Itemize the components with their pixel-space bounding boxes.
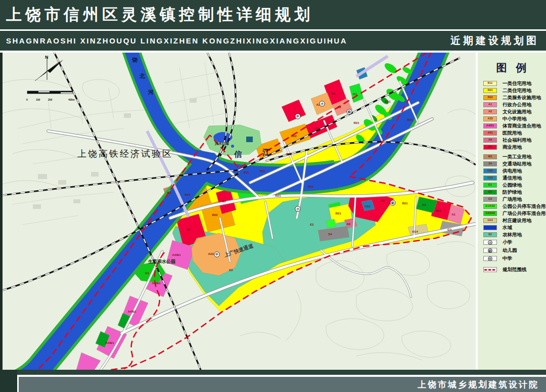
legend-swatch: U13 [483, 176, 497, 181]
legend-item-G3: G3广场用地 [478, 196, 546, 203]
zone-code-label: G2 [422, 203, 427, 206]
zone-code-label: R21 [286, 153, 292, 156]
map-label: 信 [234, 150, 242, 158]
legend-swatch [483, 225, 497, 230]
svg-text:幼: 幼 [391, 201, 394, 205]
legend-code: A1 [488, 103, 492, 106]
legend-swatch: R11 [483, 81, 497, 86]
legend-swatch: G3 [483, 197, 497, 202]
legend-code: U13 [487, 177, 492, 180]
legend-label: 幼儿园 [497, 247, 517, 254]
legend-label: 通信用地 [497, 175, 522, 182]
legend-label: 防护绿地 [497, 189, 522, 196]
legend-item-U13: U13通信用地 [478, 175, 546, 182]
legend-swatch: G3/S42 [483, 211, 497, 216]
subtitle-bar: SHAGNRAOSHI XINZHOUQU LINGXIZHEN KONGZHI… [0, 31, 546, 51]
sheet-subtitle-pinyin: SHAGNRAOSHI XINZHOUQU LINGXIZHEN KONGZHI… [0, 36, 347, 45]
legend-item-中学: 中中学 [478, 254, 546, 263]
legend-item-R11: R11一类住宅用地 [478, 80, 546, 87]
legend-label: 一类工业用地 [497, 154, 531, 160]
zone-code-label: B1 [315, 127, 319, 130]
map-label: 上饶高铁经济试验区 [77, 149, 173, 159]
legend-item-A33: A33中小学用地 [478, 115, 546, 122]
legend-code: G2 [488, 191, 492, 194]
svg-text:小: 小 [296, 207, 300, 211]
map-sheet-name: 近期建设规划图 [450, 34, 546, 48]
legend-title: 图例 [478, 53, 546, 80]
map-school-icon-中: 中 [295, 114, 300, 119]
legend-swatch: A6 [483, 138, 497, 143]
legend-item-R21: R21二类住宅用地 [478, 87, 546, 94]
legend-swatch: H14 [483, 218, 497, 223]
zone-code-label: R21 [275, 194, 281, 197]
legend-item-小学: 小小学 [478, 238, 546, 246]
map-label: 河 [148, 89, 154, 95]
map-label: N [45, 55, 49, 60]
legend-item-G2: G2防护绿地 [478, 189, 546, 196]
legend-swatch: S4 [483, 161, 497, 166]
zone-code-label: A33 [208, 252, 214, 255]
legend-swatch: B1 [483, 145, 497, 150]
zone-code-label: R22 [291, 135, 297, 138]
map-label: 生态亲水公园 [148, 259, 175, 264]
planning-sheet: 上饶市信州区灵溪镇控制性详细规划 SHAGNRAOSHI XINZHOUQU L… [0, 0, 546, 392]
legend-item-W1: W1一类工业用地 [478, 153, 546, 160]
legend-label: 农林用地 [497, 232, 522, 238]
legend-code: A6 [488, 139, 492, 142]
footer-frame-strip [0, 370, 546, 375]
legend-code: A2 [488, 110, 492, 113]
main-area: R21R21R21R21R11R22R22B1B1A33A2G1A51R21R2… [0, 53, 546, 370]
footer-corner-block [0, 370, 17, 392]
legend-code: S4 [488, 162, 492, 165]
map-label: 400m [68, 98, 75, 101]
zone-code-label: A4/B1 [152, 282, 161, 285]
legend-item-R22: R22二类服务设施用地 [478, 94, 546, 101]
zone-code-label: R21 [308, 185, 314, 188]
legend-label: 供电用地 [497, 168, 522, 175]
legend-code: R22 [487, 96, 492, 99]
legend-label: 公园公共停车混合用地 [497, 203, 546, 210]
legend-code: W1 [488, 155, 492, 158]
legend-label: 二类住宅用地 [497, 88, 531, 94]
legend-swatch: G1/S42 [483, 204, 497, 209]
zone-code-label: E2 [310, 223, 314, 226]
legend-code: A4/B1 [486, 124, 494, 127]
map-label: 饶 [131, 57, 138, 63]
legend-code: U12 [487, 169, 492, 172]
legend-code: G3 [488, 198, 492, 201]
legend-item-G1: G1公园绿地 [478, 182, 546, 189]
scale-bar [27, 91, 73, 94]
legend-label: 规划范围线 [497, 267, 527, 273]
zone-code-label: R21 [402, 202, 408, 205]
zone-code-label: A6 [346, 223, 350, 226]
zone-code-label: G1 [145, 272, 150, 275]
zone-code-label: R22 [212, 213, 218, 216]
zone-code-label: B1 [187, 228, 191, 231]
legend-item-water: 水域 [478, 224, 546, 231]
legend-code: G1 [488, 184, 492, 187]
legend-item-H14: H14村庄建设用地 [478, 217, 546, 224]
legend-code: E2 [488, 233, 492, 236]
legend-label: 体育商业混合用地 [497, 123, 541, 129]
legend-code: G1/S42 [485, 205, 495, 208]
legend-swatch: G1 [483, 183, 497, 188]
school-circle-icon: 小 [483, 240, 497, 245]
legend-list: R11一类住宅用地R21二类住宅用地R22二类服务设施用地A1行政办公用地A2文… [478, 80, 546, 274]
legend-item-A51: A51医院用地 [478, 129, 546, 137]
legend-item-幼儿园: 幼幼儿园 [478, 246, 546, 254]
legend-swatch: A51 [483, 130, 497, 136]
legend-item-G3/S42: G3/S42广场公共停车混合用地 [478, 210, 546, 217]
zone-code-label: B1 [222, 200, 226, 203]
svg-text:中: 中 [296, 114, 299, 118]
legend-swatch: W1 [483, 154, 497, 159]
legend-label: 水域 [497, 225, 512, 231]
legend-label: 社会福利用地 [497, 137, 531, 144]
zone-code-label: R21 [435, 209, 441, 212]
legend-label: 商业用地 [497, 144, 522, 151]
planning-map: R21R21R21R21R11R22R22B1B1A33A2G1A51R21R2… [3, 53, 476, 370]
legend-label: 医院用地 [497, 130, 522, 137]
legend-label: 广场公共停车混合用地 [497, 210, 546, 217]
legend-label: 中学 [497, 255, 512, 262]
zone-code-label: B1 [381, 199, 385, 202]
legend-swatch: A33 [483, 116, 497, 121]
